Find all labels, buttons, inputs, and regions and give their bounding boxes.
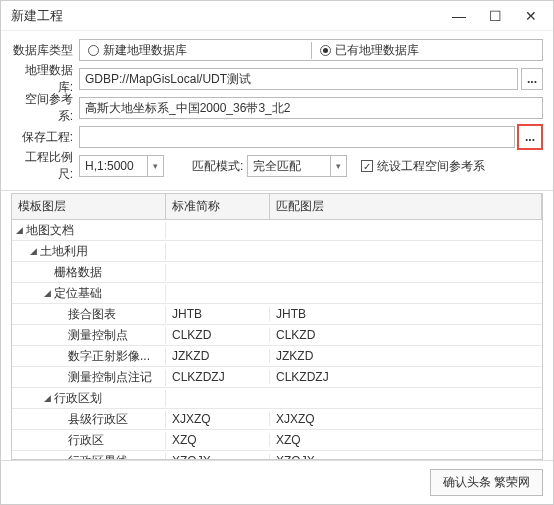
- match-mode-value: 完全匹配: [253, 158, 301, 175]
- header-match-layer[interactable]: 匹配图层: [270, 194, 542, 219]
- titlebar: 新建工程 — ☐ ✕: [1, 1, 553, 31]
- layer-name: 接合图表: [68, 306, 116, 323]
- match-cell: JZKZD: [270, 349, 542, 363]
- crs-label: 空间参考系:: [11, 91, 73, 125]
- match-cell: XZQJX: [270, 454, 542, 460]
- table-row[interactable]: 测量控制点CLKZDCLKZD: [12, 325, 542, 346]
- table-row[interactable]: 测量控制点注记CLKZDZJCLKZDZJ: [12, 367, 542, 388]
- save-browse-button[interactable]: ...: [517, 124, 543, 150]
- radio-new-db[interactable]: 新建地理数据库: [80, 42, 312, 59]
- layer-name: 定位基础: [54, 285, 102, 302]
- tree-cell: ◢土地利用: [12, 243, 166, 260]
- std-cell: JHTB: [166, 307, 270, 321]
- table-row[interactable]: 行政区界线XZQJXXZQJX: [12, 451, 542, 460]
- tree-cell: 测量控制点注记: [12, 369, 166, 386]
- save-input[interactable]: [79, 126, 515, 148]
- table-row[interactable]: ◢行政区划: [12, 388, 542, 409]
- tree-cell: ◢行政区划: [12, 390, 166, 407]
- footer: 确认头条 繁荣网: [1, 460, 553, 504]
- db-type-radio-group: 新建地理数据库 已有地理数据库: [79, 39, 543, 61]
- table-row[interactable]: ◢土地利用: [12, 241, 542, 262]
- tree-cell: 数字正射影像...: [12, 348, 166, 365]
- scale-select[interactable]: H,1:5000 ▾: [79, 155, 164, 177]
- unify-crs-checkbox[interactable]: ✓: [361, 160, 373, 172]
- geodb-browse-button[interactable]: ...: [521, 68, 543, 90]
- tree-cell: 接合图表: [12, 306, 166, 323]
- layer-grid[interactable]: 模板图层 标准简称 匹配图层 ◢地图文档◢土地利用栅格数据◢定位基础接合图表JH…: [11, 193, 543, 460]
- close-button[interactable]: ✕: [513, 3, 549, 29]
- grid-body: ◢地图文档◢土地利用栅格数据◢定位基础接合图表JHTBJHTB测量控制点CLKZ…: [12, 220, 542, 460]
- radio-new-db-label: 新建地理数据库: [103, 42, 187, 59]
- table-row[interactable]: 县级行政区XJXZQXJXZQ: [12, 409, 542, 430]
- maximize-button[interactable]: ☐: [477, 3, 513, 29]
- expander-icon[interactable]: ◢: [42, 288, 52, 298]
- chevron-down-icon: ▾: [330, 156, 341, 176]
- minimize-button[interactable]: —: [441, 3, 477, 29]
- match-cell: CLKZDZJ: [270, 370, 542, 384]
- chevron-down-icon: ▾: [147, 156, 158, 176]
- match-cell: XJXZQ: [270, 412, 542, 426]
- unify-crs-label: 统设工程空间参考系: [377, 158, 485, 175]
- layer-name: 栅格数据: [54, 264, 102, 281]
- ok-button[interactable]: 确认头条 繁荣网: [430, 469, 543, 496]
- window-title: 新建工程: [11, 7, 63, 25]
- save-label: 保存工程:: [11, 129, 73, 146]
- table-row[interactable]: 接合图表JHTBJHTB: [12, 304, 542, 325]
- layer-name: 县级行政区: [68, 411, 128, 428]
- grid-area: 模板图层 标准简称 匹配图层 ◢地图文档◢土地利用栅格数据◢定位基础接合图表JH…: [1, 191, 553, 460]
- layer-name: 测量控制点注记: [68, 369, 152, 386]
- expander-icon[interactable]: ◢: [42, 393, 52, 403]
- match-mode-label: 匹配模式:: [192, 158, 243, 175]
- std-cell: XJXZQ: [166, 412, 270, 426]
- tree-cell: ◢定位基础: [12, 285, 166, 302]
- layer-name: 行政区界线: [68, 453, 128, 461]
- table-row[interactable]: 数字正射影像...JZKZDJZKZD: [12, 346, 542, 367]
- layer-name: 行政区: [68, 432, 104, 449]
- table-row[interactable]: 行政区XZQXZQ: [12, 430, 542, 451]
- std-cell: CLKZDZJ: [166, 370, 270, 384]
- radio-existing-db-label: 已有地理数据库: [335, 42, 419, 59]
- grid-header: 模板图层 标准简称 匹配图层: [12, 194, 542, 220]
- expander-icon[interactable]: ◢: [28, 246, 38, 256]
- layer-name: 数字正射影像...: [68, 348, 150, 365]
- tree-cell: 行政区: [12, 432, 166, 449]
- std-cell: JZKZD: [166, 349, 270, 363]
- header-std-name[interactable]: 标准简称: [166, 194, 270, 219]
- radio-existing-db[interactable]: 已有地理数据库: [312, 42, 543, 59]
- radio-icon: [88, 45, 99, 56]
- scale-label: 工程比例尺:: [11, 149, 73, 183]
- crs-input[interactable]: 高斯大地坐标系_中国2000_36带3_北2: [79, 97, 543, 119]
- radio-icon: [320, 45, 331, 56]
- db-type-label: 数据库类型: [11, 42, 73, 59]
- table-row[interactable]: 栅格数据: [12, 262, 542, 283]
- tree-cell: 县级行政区: [12, 411, 166, 428]
- expander-icon[interactable]: ◢: [14, 225, 24, 235]
- std-cell: XZQ: [166, 433, 270, 447]
- dialog-window: 新建工程 — ☐ ✕ 数据库类型 新建地理数据库 已有地理数据库 地理数据库:: [0, 0, 554, 505]
- match-cell: CLKZD: [270, 328, 542, 342]
- tree-cell: 栅格数据: [12, 264, 166, 281]
- std-cell: CLKZD: [166, 328, 270, 342]
- header-template-layer[interactable]: 模板图层: [12, 194, 166, 219]
- std-cell: XZQJX: [166, 454, 270, 460]
- tree-cell: 行政区界线: [12, 453, 166, 461]
- match-cell: XZQ: [270, 433, 542, 447]
- window-controls: — ☐ ✕: [441, 3, 549, 29]
- layer-name: 土地利用: [40, 243, 88, 260]
- geodb-input[interactable]: GDBP://MapGisLocal/UDT测试: [79, 68, 518, 90]
- layer-name: 行政区划: [54, 390, 102, 407]
- tree-cell: ◢地图文档: [12, 222, 166, 239]
- scale-value: H,1:5000: [85, 159, 134, 173]
- match-mode-select[interactable]: 完全匹配 ▾: [247, 155, 347, 177]
- layer-name: 地图文档: [26, 222, 74, 239]
- table-row[interactable]: ◢定位基础: [12, 283, 542, 304]
- tree-cell: 测量控制点: [12, 327, 166, 344]
- form-area: 数据库类型 新建地理数据库 已有地理数据库 地理数据库: GDBP://MapG…: [1, 31, 553, 191]
- table-row[interactable]: ◢地图文档: [12, 220, 542, 241]
- match-cell: JHTB: [270, 307, 542, 321]
- layer-name: 测量控制点: [68, 327, 128, 344]
